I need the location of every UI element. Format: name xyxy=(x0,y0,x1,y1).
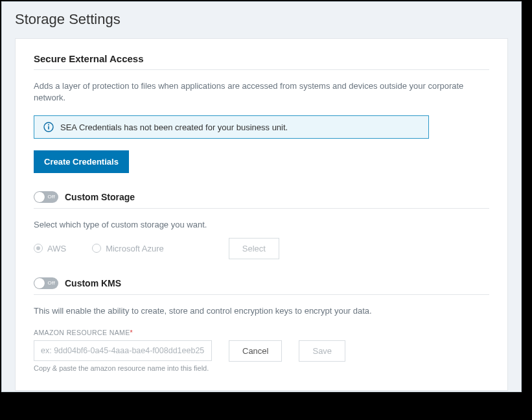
custom-kms-heading-row: Off Custom KMS xyxy=(34,277,489,289)
cancel-button[interactable]: Cancel xyxy=(229,340,282,362)
arn-label-text: AMAZON RESOURCE NAME xyxy=(34,329,130,336)
svg-rect-2 xyxy=(48,126,49,130)
sea-info-banner: SEA Credentials has not been created for… xyxy=(34,115,429,139)
arn-field-label: AMAZON RESOURCE NAME* xyxy=(34,329,489,336)
divider xyxy=(34,294,489,295)
sea-heading: Secure External Access xyxy=(34,53,489,64)
divider xyxy=(34,69,489,70)
arn-input-wrap: Copy & paste the amazon resource name in… xyxy=(34,340,212,372)
page-title: Storage Settings xyxy=(2,2,521,38)
arn-input[interactable] xyxy=(34,340,212,361)
divider xyxy=(34,208,489,209)
sea-description: Adds a layer of protection to files when… xyxy=(34,80,489,104)
sea-banner-text: SEA Credentials has not been created for… xyxy=(60,122,288,132)
outer-frame: Storage Settings Secure External Access … xyxy=(1,1,522,392)
custom-storage-radio-row: AWS Microsoft Azure Select xyxy=(34,238,489,259)
custom-kms-toggle[interactable]: Off xyxy=(34,277,58,289)
create-credentials-button[interactable]: Create Credentials xyxy=(34,150,129,173)
save-button[interactable]: Save xyxy=(299,340,345,362)
info-icon xyxy=(43,122,54,132)
radio-aws[interactable] xyxy=(34,244,43,253)
custom-storage-heading-row: Off Custom Storage xyxy=(34,191,489,203)
toggle-state-label: Off xyxy=(48,280,55,286)
select-storage-button[interactable]: Select xyxy=(229,238,279,259)
radio-aws-label: AWS xyxy=(47,244,66,253)
svg-point-1 xyxy=(48,124,49,126)
toggle-knob xyxy=(34,278,45,288)
custom-storage-heading: Custom Storage xyxy=(65,192,135,202)
custom-kms-description: This will enable the ability to create, … xyxy=(34,305,489,317)
custom-storage-description: Select which type of custom storage you … xyxy=(34,219,489,231)
arn-field-row: Copy & paste the amazon resource name in… xyxy=(34,340,489,372)
required-asterisk: * xyxy=(130,329,133,336)
custom-kms-heading: Custom KMS xyxy=(65,278,121,288)
toggle-knob xyxy=(34,192,45,202)
custom-storage-toggle[interactable]: Off xyxy=(34,191,58,203)
radio-azure-item[interactable]: Microsoft Azure xyxy=(92,244,164,253)
radio-aws-item[interactable]: AWS xyxy=(34,244,66,253)
settings-panel: Secure External Access Adds a layer of p… xyxy=(15,38,508,391)
radio-azure[interactable] xyxy=(92,244,101,253)
toggle-state-label: Off xyxy=(48,194,55,200)
radio-azure-label: Microsoft Azure xyxy=(106,244,164,253)
arn-hint: Copy & paste the amazon resource name in… xyxy=(34,364,212,372)
